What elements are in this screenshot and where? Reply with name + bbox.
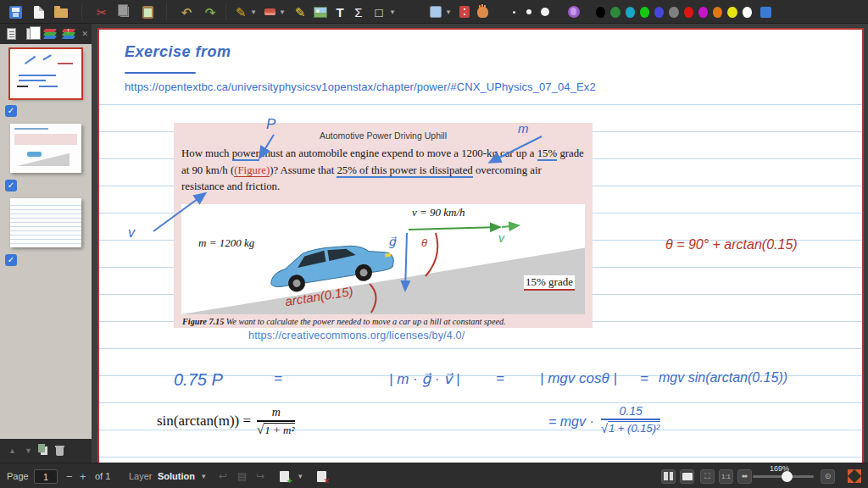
zoom-level-label: 169%	[770, 464, 789, 473]
move-page-down-button[interactable]: ▼	[25, 446, 32, 455]
thumbnail-page-1[interactable]	[10, 49, 81, 98]
tab-contents[interactable]	[5, 27, 19, 42]
paste-button[interactable]	[139, 0, 156, 24]
save-button[interactable]	[7, 0, 24, 24]
color-swatch[interactable]	[727, 7, 737, 18]
page-preview-icon	[26, 28, 36, 40]
chevron-down-icon: ▾	[252, 8, 256, 16]
sidebar-close-button[interactable]: ✕	[81, 30, 88, 38]
highlighter-tool-button[interactable]: ✎	[293, 0, 307, 24]
canvas-area[interactable]: Exercise from https://opentextbc.ca/univ…	[92, 24, 868, 463]
eraser-options-dropdown[interactable]: ▾	[278, 0, 287, 24]
redo-button[interactable]: ↷	[202, 0, 219, 24]
layer-stack-button[interactable]: ▤	[237, 463, 247, 488]
figure-diagram: m = 1200 kg v = 90 km/h g⃗ v θ arctan(0.…	[181, 204, 585, 314]
radicand: 1 + m²	[264, 423, 295, 437]
fill-color-button[interactable]	[428, 0, 443, 24]
fill-color-dropdown[interactable]: ▾	[444, 0, 453, 24]
zoom-fit-button[interactable]: ⛶	[700, 463, 715, 488]
delete-page-button[interactable]	[56, 447, 64, 456]
color-swatch[interactable]	[743, 7, 752, 18]
hand-tool-button[interactable]	[475, 0, 490, 24]
eraser-tool-button[interactable]	[263, 0, 276, 24]
layer-dropdown[interactable]: ▾	[202, 463, 206, 488]
shape-recognizer-button[interactable]	[566, 0, 581, 24]
redo-icon: ↷	[205, 6, 216, 19]
add-layer-button[interactable]: +	[280, 463, 289, 488]
thumbnail-page-3[interactable]	[10, 198, 81, 247]
pen-tool-button[interactable]: ✎	[234, 0, 248, 24]
hand-g-label: g⃗	[388, 235, 396, 248]
page-width-icon: ⬌	[737, 469, 752, 484]
printed-eq-fraction: m √1 + m²	[257, 406, 295, 437]
presentation-mode-button[interactable]	[680, 463, 694, 488]
line-width-thick-button[interactable]	[539, 0, 551, 24]
vertical-space-tool-button[interactable]	[458, 0, 471, 24]
line-width-medium-button[interactable]	[524, 0, 534, 24]
undo-button[interactable]: ↶	[178, 0, 195, 24]
color-swatch[interactable]	[640, 7, 649, 18]
pen-options-dropdown[interactable]: ▾	[249, 0, 258, 24]
color-picker-button[interactable]	[756, 0, 771, 24]
color-swatch[interactable]	[596, 7, 605, 18]
zoom-page-width-button[interactable]: ⬌	[737, 463, 752, 488]
shape-tool-button[interactable]: □	[371, 0, 387, 24]
sqrt-symbol: √	[601, 421, 608, 435]
undo-icon: ↶	[181, 6, 192, 19]
toolbar-separator	[81, 3, 82, 20]
copy-button[interactable]	[116, 0, 133, 24]
open-button[interactable]	[53, 0, 70, 24]
color-swatch[interactable]	[684, 7, 693, 18]
tab-layers[interactable]	[43, 27, 57, 42]
printed-eq-numerator: m	[272, 406, 281, 419]
color-swatch[interactable]	[713, 7, 722, 18]
new-document-button[interactable]	[31, 0, 47, 24]
tab-page-preview[interactable]	[25, 27, 38, 42]
medium-dot-icon	[526, 9, 531, 14]
tab-layer-preview[interactable]	[63, 27, 76, 42]
color-swatch[interactable]	[669, 7, 678, 18]
dual-page-view-button[interactable]	[661, 463, 676, 488]
problem-image: Automotive Power Driving Uphill How much…	[174, 123, 593, 328]
page-3-checkbox[interactable]: ✓	[5, 254, 17, 266]
annotated-dissipated: 25% of this power is dissipated	[337, 164, 472, 178]
zoom-original-button[interactable]: 1:1	[719, 463, 733, 488]
delete-layer-button[interactable]: ✕	[317, 463, 326, 488]
thumbnail-page-2[interactable]	[10, 124, 81, 173]
color-swatch[interactable]	[626, 7, 635, 18]
add-layer-dropdown[interactable]: ▾	[298, 463, 303, 488]
page-2-checkbox[interactable]: ✓	[5, 180, 17, 191]
page-label: Page	[7, 463, 29, 488]
insert-image-button[interactable]	[312, 0, 329, 24]
color-swatch[interactable]	[654, 7, 664, 18]
layer-selector[interactable]: Solution	[158, 463, 195, 488]
document-page[interactable]: Exercise from https://opentextbc.ca/univ…	[97, 28, 864, 463]
copy-page-button[interactable]	[41, 446, 47, 455]
zoom-options-button[interactable]: ⊙	[821, 463, 835, 488]
page-increment-button[interactable]: +	[80, 463, 86, 488]
math-tex-button[interactable]: Σ	[351, 0, 366, 24]
speed-label: v = 90 km/h	[412, 206, 465, 219]
move-page-up-button[interactable]: ▲	[8, 446, 16, 455]
page-number-input[interactable]: 1	[34, 463, 58, 488]
next-layer-button[interactable]: ↪	[256, 463, 264, 488]
shape-options-dropdown[interactable]: ▾	[388, 0, 397, 24]
fullscreen-button[interactable]	[848, 469, 861, 483]
page-1-checkbox[interactable]: ✓	[5, 105, 17, 117]
text-tool-button[interactable]: T	[332, 0, 348, 24]
sigma-icon: Σ	[354, 6, 362, 19]
page-decrement-button[interactable]: −	[66, 463, 73, 488]
line-width-fine-button[interactable]	[509, 0, 519, 24]
previous-layer-button[interactable]: ↩	[219, 463, 227, 488]
radicand: 1 + (0.15)²	[608, 421, 660, 435]
toolbar-separator	[166, 3, 167, 20]
cut-icon: ✂	[97, 6, 108, 19]
cut-button[interactable]: ✂	[93, 0, 110, 24]
color-swatch[interactable]	[698, 7, 708, 18]
color-swatch[interactable]	[610, 7, 620, 18]
eraser-icon	[264, 8, 275, 15]
highlighter-icon: ✎	[295, 6, 306, 19]
text-tool-icon: T	[336, 6, 343, 19]
theta-equation: θ = 90° + arctan(0.15)	[665, 237, 798, 252]
grade-label: 15% grade	[524, 275, 575, 291]
